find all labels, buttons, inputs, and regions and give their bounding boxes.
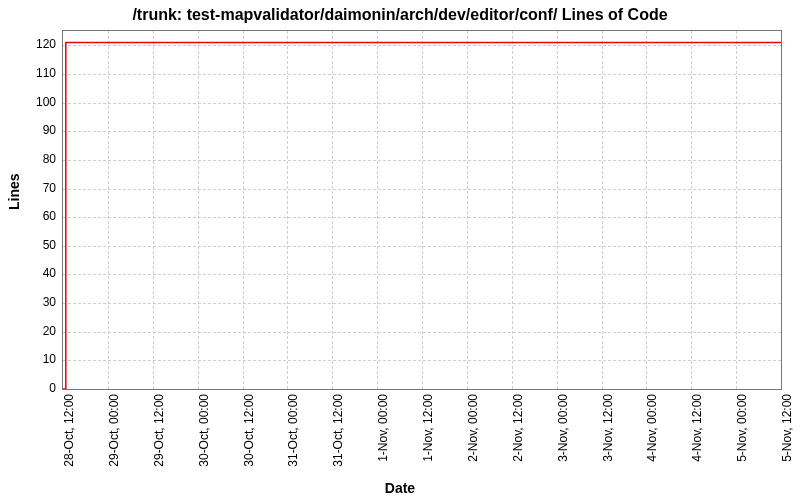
grid-line-v	[512, 31, 513, 389]
x-tick-label: 3-Nov, 00:00	[556, 394, 570, 462]
y-tick-label: 0	[14, 381, 56, 395]
x-tick-label: 30-Oct, 00:00	[197, 394, 211, 467]
y-tick-label: 30	[14, 295, 56, 309]
y-tick-label: 50	[14, 238, 56, 252]
grid-line-v	[691, 31, 692, 389]
y-tick-label: 110	[14, 66, 56, 80]
grid-line-v	[646, 31, 647, 389]
y-tick-label: 40	[14, 266, 56, 280]
y-tick-label: 60	[14, 209, 56, 223]
chart-container: /trunk: test-mapvalidator/daimonin/arch/…	[0, 0, 800, 500]
grid-line-v	[287, 31, 288, 389]
x-tick-label: 5-Nov, 12:00	[780, 394, 794, 462]
grid-line-v	[243, 31, 244, 389]
grid-line-v	[467, 31, 468, 389]
grid-line-v	[332, 31, 333, 389]
grid-line-v	[557, 31, 558, 389]
x-tick-label: 1-Nov, 00:00	[376, 394, 390, 462]
x-tick-label: 3-Nov, 12:00	[601, 394, 615, 462]
grid-line-v	[377, 31, 378, 389]
grid-line-v	[422, 31, 423, 389]
x-tick-label: 29-Oct, 00:00	[107, 394, 121, 467]
y-tick-label: 100	[14, 95, 56, 109]
x-tick-label: 31-Oct, 12:00	[331, 394, 345, 467]
y-tick-label: 20	[14, 324, 56, 338]
x-tick-label: 5-Nov, 00:00	[735, 394, 749, 462]
grid-line-v	[602, 31, 603, 389]
grid-line-v	[736, 31, 737, 389]
plot-area	[62, 30, 782, 390]
y-tick-label: 80	[14, 152, 56, 166]
grid-line-v	[108, 31, 109, 389]
y-tick-label: 90	[14, 123, 56, 137]
x-tick-label: 1-Nov, 12:00	[421, 394, 435, 462]
x-tick-label: 2-Nov, 12:00	[511, 394, 525, 462]
x-tick-label: 4-Nov, 00:00	[645, 394, 659, 462]
x-axis-label: Date	[0, 480, 800, 496]
y-tick-label: 10	[14, 352, 56, 366]
y-tick-label: 70	[14, 181, 56, 195]
x-tick-label: 31-Oct, 00:00	[286, 394, 300, 467]
x-tick-label: 2-Nov, 00:00	[466, 394, 480, 462]
chart-title: /trunk: test-mapvalidator/daimonin/arch/…	[0, 6, 800, 24]
x-tick-label: 30-Oct, 12:00	[242, 394, 256, 467]
x-tick-label: 29-Oct, 12:00	[152, 394, 166, 467]
x-tick-label: 28-Oct, 12:00	[62, 394, 76, 467]
grid-line-v	[153, 31, 154, 389]
grid-line-v	[198, 31, 199, 389]
y-tick-label: 120	[14, 37, 56, 51]
x-tick-label: 4-Nov, 12:00	[690, 394, 704, 462]
